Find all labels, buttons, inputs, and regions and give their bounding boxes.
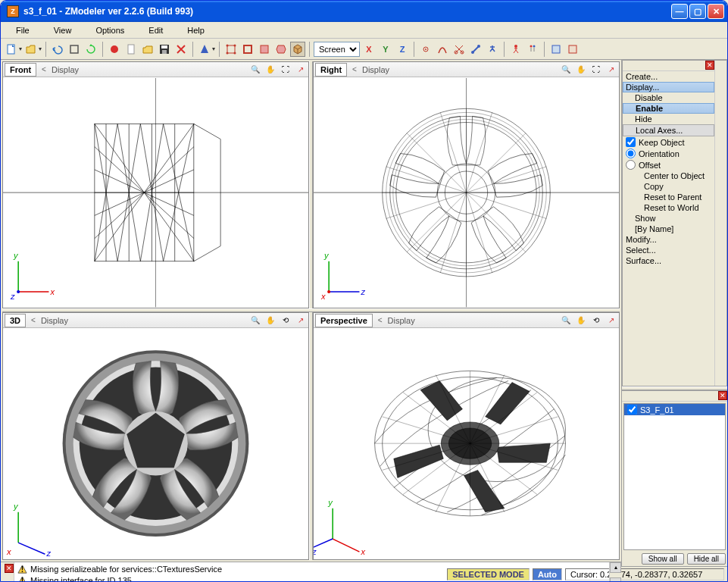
rotate-icon[interactable]: ⟲: [280, 315, 291, 326]
coord-mode-select[interactable]: Screen: [314, 42, 360, 57]
offset-radio[interactable]: Offset: [623, 159, 714, 171]
status-auto[interactable]: Auto: [533, 568, 562, 580]
pan-icon[interactable]: ✋: [576, 315, 586, 326]
zoom-icon[interactable]: 🔍: [250, 64, 261, 75]
record-button[interactable]: [107, 42, 122, 57]
tree-item-local-axes[interactable]: Local Axes...: [623, 124, 714, 136]
save-button[interactable]: [157, 42, 172, 57]
open-button[interactable]: [23, 42, 39, 57]
tree-item-by-name[interactable]: [By Name]: [623, 224, 714, 234]
nav-prev-icon[interactable]: <: [376, 316, 385, 324]
tree-item-reset-parent[interactable]: Reset to Parent: [623, 192, 714, 202]
dropdown-icon[interactable]: ▾: [19, 45, 22, 52]
poly-mode-button[interactable]: [273, 42, 289, 57]
viewport-canvas[interactable]: y x z: [314, 328, 619, 559]
tree-item-reset-world[interactable]: Reset to World: [623, 202, 714, 213]
vertex-mode-button[interactable]: [223, 42, 239, 57]
undo-button[interactable]: [50, 42, 65, 57]
status-selected-mode[interactable]: SELECTED MODE: [447, 568, 530, 580]
tree-item-hide[interactable]: Hide: [623, 114, 714, 124]
display-label[interactable]: Display: [52, 65, 79, 74]
viewport-canvas[interactable]: y x z: [3, 77, 308, 308]
page-button[interactable]: [123, 42, 139, 57]
maximize-viewport-icon[interactable]: ↗: [295, 64, 306, 75]
misc-button-1[interactable]: [548, 42, 564, 57]
new-button[interactable]: [4, 42, 19, 57]
axis-y-button[interactable]: Y: [378, 42, 393, 57]
cut-button[interactable]: [451, 42, 467, 57]
panel-scrollbar[interactable]: [714, 61, 726, 386]
misc-button-2[interactable]: [565, 42, 580, 57]
dropdown-icon[interactable]: ▾: [39, 45, 42, 52]
menu-options[interactable]: Options: [83, 24, 136, 36]
tree-item-display[interactable]: Display...: [623, 82, 714, 92]
anim-group-button[interactable]: [525, 42, 540, 57]
rig-button[interactable]: [485, 42, 500, 57]
orientation-radio[interactable]: Orientation: [623, 148, 714, 159]
pan-icon[interactable]: ✋: [576, 64, 586, 75]
nav-prev-icon[interactable]: <: [29, 316, 38, 324]
dropdown-icon[interactable]: ▾: [212, 45, 215, 52]
viewport-canvas[interactable]: y z x: [3, 328, 308, 559]
pan-icon[interactable]: ✋: [265, 315, 276, 326]
maximize-button[interactable]: ▢: [689, 4, 706, 19]
maximize-viewport-icon[interactable]: ↗: [606, 64, 617, 75]
cancel-button[interactable]: [173, 42, 189, 57]
menu-help[interactable]: Help: [175, 24, 217, 36]
fit-icon[interactable]: ⛶: [280, 64, 291, 75]
viewport-3d[interactable]: 3D < Display 🔍 ✋ ⟲ ↗: [2, 312, 309, 559]
minimize-button[interactable]: —: [671, 4, 688, 19]
maximize-viewport-icon[interactable]: ↗: [606, 315, 617, 326]
close-button[interactable]: ✕: [708, 4, 724, 19]
display-label[interactable]: Display: [388, 316, 415, 325]
menu-file[interactable]: File: [4, 24, 42, 36]
viewport-canvas[interactable]: y z x: [314, 77, 619, 308]
menu-view[interactable]: View: [42, 24, 84, 36]
face-mode-button[interactable]: [257, 42, 272, 57]
viewport-right[interactable]: Right < Display 🔍 ✋ ⛶ ↗: [313, 61, 620, 308]
tree-item-center[interactable]: Center to Object: [623, 171, 714, 181]
viewport-title[interactable]: Right: [315, 63, 347, 77]
tree-item-enable[interactable]: Enable: [623, 103, 714, 114]
object-item[interactable]: S3_F_01: [624, 404, 725, 415]
curve-button[interactable]: [435, 42, 450, 57]
redo-button[interactable]: [67, 42, 82, 57]
tree-item-copy[interactable]: Copy: [623, 181, 714, 192]
axis-z-button[interactable]: Z: [395, 42, 410, 57]
viewport-title[interactable]: Front: [5, 63, 36, 77]
folder-button[interactable]: [140, 42, 155, 57]
viewport-title[interactable]: Perspective: [315, 314, 373, 327]
console-close-icon[interactable]: ✕: [5, 564, 14, 573]
panel-close-icon[interactable]: ✕: [705, 61, 714, 70]
snap-button[interactable]: [418, 42, 433, 57]
viewport-front[interactable]: Front < Display 🔍 ✋ ⛶ ↗: [2, 61, 309, 308]
cone-button[interactable]: [197, 42, 212, 57]
console-scrollbar[interactable]: ▴ ▾: [609, 562, 621, 583]
nav-prev-icon[interactable]: <: [39, 65, 48, 74]
zoom-icon[interactable]: 🔍: [561, 315, 571, 326]
tree-item-modify[interactable]: Modify...: [623, 234, 714, 245]
zoom-icon[interactable]: 🔍: [561, 64, 571, 75]
object-list[interactable]: S3_F_01: [623, 403, 726, 550]
show-all-button[interactable]: Show all: [642, 553, 684, 565]
maximize-viewport-icon[interactable]: ↗: [295, 315, 306, 326]
tree-item-select[interactable]: Select...: [623, 245, 714, 255]
anim-walk-button[interactable]: [508, 42, 523, 57]
command-tree[interactable]: Create... Display... Disable Enable Hide…: [623, 71, 714, 386]
tree-item-create[interactable]: Create...: [623, 71, 714, 82]
refresh-button[interactable]: [83, 42, 98, 57]
edge-mode-button[interactable]: [240, 42, 255, 57]
viewport-title[interactable]: 3D: [5, 314, 26, 327]
panel-close-icon[interactable]: ✕: [718, 391, 727, 400]
object-visibility-checkbox[interactable]: [627, 405, 637, 415]
display-label[interactable]: Display: [41, 316, 68, 325]
bone-button[interactable]: [468, 42, 483, 57]
hide-all-button[interactable]: Hide all: [687, 553, 726, 565]
display-label[interactable]: Display: [362, 65, 389, 74]
rotate-icon[interactable]: ⟲: [591, 315, 601, 326]
pan-icon[interactable]: ✋: [265, 64, 276, 75]
viewport-perspective[interactable]: Perspective < Display 🔍 ✋ ⟲ ↗: [313, 312, 620, 559]
tree-item-surface[interactable]: Surface...: [623, 255, 714, 266]
keep-object-checkbox[interactable]: Keep Object: [623, 136, 714, 148]
zoom-icon[interactable]: 🔍: [250, 315, 261, 326]
